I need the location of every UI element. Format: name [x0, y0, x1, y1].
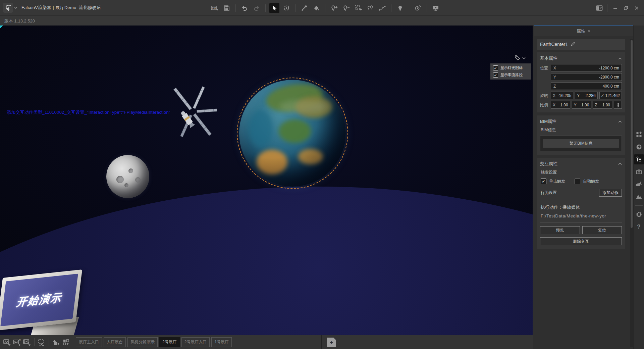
- moon-crater: [116, 176, 124, 183]
- scene-tab-active[interactable]: 2号展厅: [159, 337, 180, 347]
- panel-tab-bar[interactable]: 属性: [534, 26, 633, 36]
- light-tool-icon[interactable]: [395, 3, 405, 13]
- earth-globe: [239, 80, 346, 187]
- rotation-z-field[interactable]: Z121.462: [599, 92, 622, 99]
- moon-model[interactable]: [106, 155, 149, 198]
- collapse-chevron-icon[interactable]: [618, 57, 622, 60]
- close-button[interactable]: [632, 3, 641, 13]
- divider: [540, 222, 622, 223]
- add-foliage-icon[interactable]: [329, 3, 339, 13]
- checkbox-checked-icon[interactable]: ✓: [493, 65, 498, 70]
- right-region: 属性 EarthCenter1 基本属性 位置 X-1200.0 cm: [533, 26, 644, 349]
- presentation-podium[interactable]: 开始演示: [0, 269, 105, 335]
- checkbox-label: 显示灯光图标: [500, 65, 523, 70]
- settings-gear-icon[interactable]: [634, 209, 644, 219]
- paint-bucket-tool-icon[interactable]: [311, 3, 321, 13]
- scrollbar-thumb[interactable]: [631, 40, 633, 228]
- reset-button[interactable]: 复位: [582, 226, 622, 234]
- section-basic-properties: 基本属性 位置 X-1200.0 cm Y-2800.0 cm Z400.0 c…: [537, 52, 625, 112]
- podium-screen-frame: 开始演示: [0, 269, 82, 331]
- collapse-chevron-icon[interactable]: [618, 120, 622, 123]
- chevron-down-icon[interactable]: [14, 6, 17, 9]
- crop-capture-icon[interactable]: [37, 337, 47, 347]
- chain-link-icon: [616, 103, 620, 107]
- bim-info-box: 暂无BIM信息: [540, 136, 622, 151]
- media-screen-icon[interactable]: [431, 3, 441, 13]
- satellite-model[interactable]: [172, 80, 217, 152]
- path-tool-icon[interactable]: [377, 3, 387, 13]
- version-text: 版本 1.13.2.520: [4, 18, 35, 24]
- window-controls: [595, 0, 644, 16]
- add-scene-page-button[interactable]: +: [327, 338, 336, 347]
- position-y-field[interactable]: Y-2800.0 cm: [551, 73, 622, 81]
- save-icon[interactable]: [222, 3, 232, 13]
- scene-tab[interactable]: 风机分解演示: [127, 337, 158, 347]
- scene-tab[interactable]: 大厅展台: [104, 337, 126, 347]
- add-foliage-group-icon[interactable]: [353, 3, 363, 13]
- toolbar-separator: [427, 4, 427, 12]
- app-logo[interactable]: [3, 3, 13, 13]
- screenshot-camera-icon[interactable]: [634, 167, 644, 177]
- click-trigger-checkbox[interactable]: ✓: [541, 179, 546, 184]
- section-title: 交互属性: [540, 161, 557, 167]
- edit-pencil-icon[interactable]: [571, 42, 575, 47]
- scale-z-field[interactable]: Z1.00: [593, 101, 612, 109]
- remove-foliage-icon[interactable]: [341, 3, 351, 13]
- close-tab-icon[interactable]: [588, 30, 591, 33]
- minimize-button[interactable]: [610, 3, 620, 13]
- scale-x-field[interactable]: X1.00: [551, 101, 570, 109]
- restore-button[interactable]: [621, 3, 631, 13]
- display-filter-control[interactable]: [515, 55, 526, 61]
- svg-text:AI: AI: [18, 339, 21, 341]
- help-icon[interactable]: ?: [634, 222, 644, 232]
- export-image-ai-icon[interactable]: AI: [12, 337, 22, 347]
- auto-trigger-label: 自动触发: [583, 179, 599, 184]
- preview-button[interactable]: 预览: [540, 226, 580, 234]
- add-camera-icon[interactable]: [51, 337, 61, 347]
- scene-tab[interactable]: 1号展厅: [211, 337, 232, 347]
- layout-panels-icon[interactable]: [595, 3, 604, 13]
- panel-scrollbar[interactable]: [630, 39, 633, 347]
- collapse-chevron-icon[interactable]: [618, 163, 622, 165]
- bottom-bar: AI 展厅主入口 大厅展台 风机分解演示 2号展厅 2号展厅入口 1号展厅 +: [0, 335, 533, 349]
- outliner-icon[interactable]: [634, 154, 644, 164]
- scale-label: 比例: [540, 101, 551, 108]
- position-x-field[interactable]: X-1200.0 cm: [551, 64, 622, 72]
- scale-y-field[interactable]: Y1.00: [572, 101, 591, 109]
- export-exe-icon[interactable]: EXE: [210, 3, 220, 13]
- scene-tab[interactable]: 展厅主入口: [76, 337, 102, 347]
- add-grid-icon[interactable]: [61, 337, 71, 347]
- undo-icon[interactable]: [239, 3, 250, 13]
- auto-trigger-checkbox[interactable]: ✓: [575, 179, 580, 184]
- redo-icon[interactable]: [252, 3, 262, 13]
- orbit-tool-icon[interactable]: [281, 3, 291, 13]
- scale-link-toggle[interactable]: [614, 101, 622, 109]
- scene-tab[interactable]: 2号展厅入口: [181, 337, 210, 347]
- display-options-panel: ✓ 显示灯光图标 ✓ 显示车流路径: [490, 63, 531, 80]
- eyedropper-tool-icon[interactable]: [299, 3, 309, 13]
- tab-properties[interactable]: 属性: [577, 28, 585, 34]
- assets-icon[interactable]: [634, 130, 644, 140]
- earth-model-selected[interactable]: [238, 79, 347, 188]
- remove-action-button[interactable]: —: [616, 205, 621, 210]
- rotation-x-field[interactable]: X-16.205: [551, 92, 573, 99]
- viewport-3d[interactable]: 添加交互动作类型_11010002_交互设置_"InteractionType"…: [0, 26, 533, 335]
- planet-icon[interactable]: [634, 142, 644, 152]
- terrain-icon[interactable]: [634, 192, 644, 202]
- rotation-y-field[interactable]: Y2.286: [575, 92, 597, 99]
- add-action-button[interactable]: 添加动作: [599, 189, 622, 197]
- podium-screen[interactable]: 开始演示: [0, 274, 78, 327]
- podium-screen-text: 开始演示: [16, 290, 63, 310]
- foliage-batch-icon[interactable]: [365, 3, 375, 13]
- delete-interaction-button[interactable]: 删除交互: [540, 237, 622, 245]
- show-traffic-paths-option[interactable]: ✓ 显示车流路径: [493, 72, 529, 78]
- weather-icon[interactable]: [634, 179, 644, 189]
- export-image-icon[interactable]: [2, 337, 12, 347]
- select-tool-icon[interactable]: [269, 3, 279, 13]
- position-z-field[interactable]: Z400.0 cm: [551, 82, 622, 90]
- checkbox-checked-icon[interactable]: ✓: [493, 72, 498, 78]
- time-of-day-icon[interactable]: [413, 3, 423, 13]
- export-video-icon[interactable]: [22, 337, 32, 347]
- section-title: BIM属性: [540, 118, 556, 124]
- show-light-icons-option[interactable]: ✓ 显示灯光图标: [493, 65, 529, 70]
